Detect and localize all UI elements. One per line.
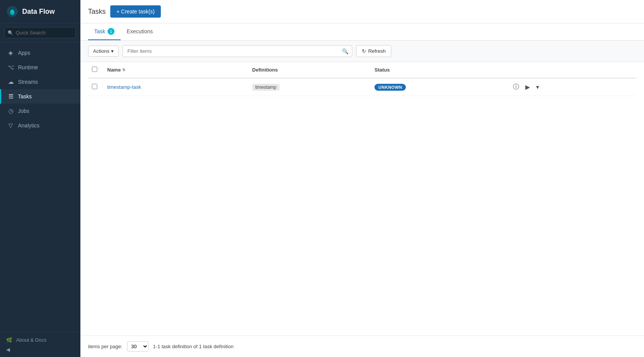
- row-info-button[interactable]: ⓘ: [512, 82, 521, 92]
- select-all-checkbox[interactable]: [92, 67, 97, 72]
- row-status-cell: UNKNOWN: [371, 78, 508, 96]
- logo-icon: [6, 5, 18, 18]
- items-per-page-label: items per page:: [88, 344, 123, 349]
- collapse-sidebar-button[interactable]: ◀: [6, 347, 74, 352]
- sidebar-item-tasks-label: Tasks: [18, 93, 32, 99]
- search-input[interactable]: [5, 27, 76, 38]
- refresh-button[interactable]: ↻ Refresh: [356, 45, 392, 57]
- task-name-link[interactable]: timestamp-task: [107, 84, 141, 90]
- row-name-cell: timestamp-task: [103, 78, 248, 96]
- sidebar-item-analytics-label: Analytics: [18, 122, 39, 129]
- sidebar-bottom: 🌿 About & Docs ◀: [0, 332, 80, 357]
- tab-task[interactable]: Task 1: [88, 23, 121, 40]
- tasks-table: Name ⇅ Definitions Status timestamp-task: [88, 62, 636, 96]
- row-checkbox-cell: [88, 78, 103, 96]
- create-tasks-button[interactable]: + Create task(s): [110, 5, 161, 18]
- col-name-label: Name: [107, 67, 121, 73]
- table-header-row: Name ⇅ Definitions Status: [88, 62, 636, 78]
- filter-search-icon: 🔍: [342, 48, 348, 54]
- main-content: Tasks + Create task(s) Task 1 Executions…: [80, 0, 644, 357]
- runtime-icon: ⌥: [7, 64, 14, 71]
- actions-chevron-icon: ▾: [111, 48, 114, 54]
- refresh-icon: ↻: [362, 48, 366, 54]
- actions-label: Actions: [93, 48, 110, 54]
- tab-task-label: Task: [94, 28, 105, 34]
- sidebar-item-jobs-label: Jobs: [18, 108, 29, 114]
- col-status: Status: [371, 62, 508, 78]
- about-icon: 🌿: [6, 337, 12, 343]
- row-definitions-cell: timestamp: [248, 78, 371, 96]
- sidebar-item-streams-label: Streams: [18, 79, 38, 85]
- sidebar-item-apps-label: Apps: [18, 50, 30, 56]
- sidebar: Data Flow 🔍 ◈ Apps ⌥ Runtime ☁ Streams ☰…: [0, 0, 80, 357]
- apps-icon: ◈: [7, 49, 14, 56]
- col-name: Name ⇅: [103, 62, 248, 78]
- sidebar-item-runtime[interactable]: ⌥ Runtime: [0, 60, 80, 75]
- row-checkbox[interactable]: [92, 84, 97, 89]
- tab-executions[interactable]: Executions: [121, 23, 159, 40]
- toolbar: Actions ▾ 🔍 ↻ Refresh: [80, 41, 644, 62]
- row-run-button[interactable]: ▶: [524, 83, 531, 91]
- filter-wrapper: 🔍: [123, 45, 352, 57]
- search-icon: 🔍: [8, 30, 13, 36]
- actions-button[interactable]: Actions ▾: [88, 46, 119, 57]
- jobs-icon: ◷: [7, 108, 14, 114]
- per-page-select[interactable]: 30 10 20 50 100: [127, 341, 149, 352]
- pagination-summary: 1-1 task definition of 1 task definition: [153, 344, 234, 349]
- definition-tag: timestamp: [252, 84, 280, 91]
- analytics-icon: ▽: [7, 122, 14, 129]
- sidebar-item-streams[interactable]: ☁ Streams: [0, 75, 80, 89]
- col-definitions: Definitions: [248, 62, 371, 78]
- row-more-button[interactable]: ▾: [534, 83, 541, 91]
- app-title: Data Flow: [22, 8, 55, 16]
- page-header: Tasks + Create task(s): [80, 0, 644, 23]
- pagination-bar: items per page: 30 10 20 50 100 1-1 task…: [80, 336, 644, 357]
- collapse-icon: ◀: [6, 347, 10, 352]
- about-docs-label: About & Docs: [16, 337, 47, 343]
- about-docs-link[interactable]: 🌿 About & Docs: [6, 337, 74, 343]
- refresh-label: Refresh: [368, 48, 386, 54]
- streams-icon: ☁: [7, 78, 14, 85]
- sidebar-item-apps[interactable]: ◈ Apps: [0, 46, 80, 60]
- table-row: timestamp-task timestamp UNKNOWN ⓘ ▶ ▾: [88, 78, 636, 96]
- sidebar-item-jobs[interactable]: ◷ Jobs: [0, 104, 80, 118]
- filter-input[interactable]: [123, 45, 352, 57]
- svg-point-1: [10, 10, 14, 13]
- app-logo: Data Flow: [0, 0, 80, 23]
- name-sort-icon[interactable]: ⇅: [122, 68, 125, 72]
- sidebar-nav: ◈ Apps ⌥ Runtime ☁ Streams ☰ Tasks ◷ Job…: [0, 42, 80, 332]
- tab-executions-label: Executions: [127, 28, 153, 34]
- page-title: Tasks: [88, 8, 106, 16]
- status-badge: UNKNOWN: [374, 84, 406, 91]
- sidebar-item-tasks[interactable]: ☰ Tasks: [0, 89, 80, 104]
- sidebar-item-analytics[interactable]: ▽ Analytics: [0, 118, 80, 133]
- tabs-bar: Task 1 Executions: [80, 23, 644, 41]
- col-checkbox: [88, 62, 103, 78]
- col-actions-empty: [508, 62, 636, 78]
- search-container: 🔍: [0, 23, 80, 42]
- row-action-buttons: ⓘ ▶ ▾: [508, 78, 636, 96]
- tasks-table-area: Name ⇅ Definitions Status timestamp-task: [80, 62, 644, 336]
- sidebar-item-runtime-label: Runtime: [18, 64, 38, 70]
- tab-task-badge: 1: [108, 28, 114, 35]
- tasks-icon: ☰: [7, 93, 14, 100]
